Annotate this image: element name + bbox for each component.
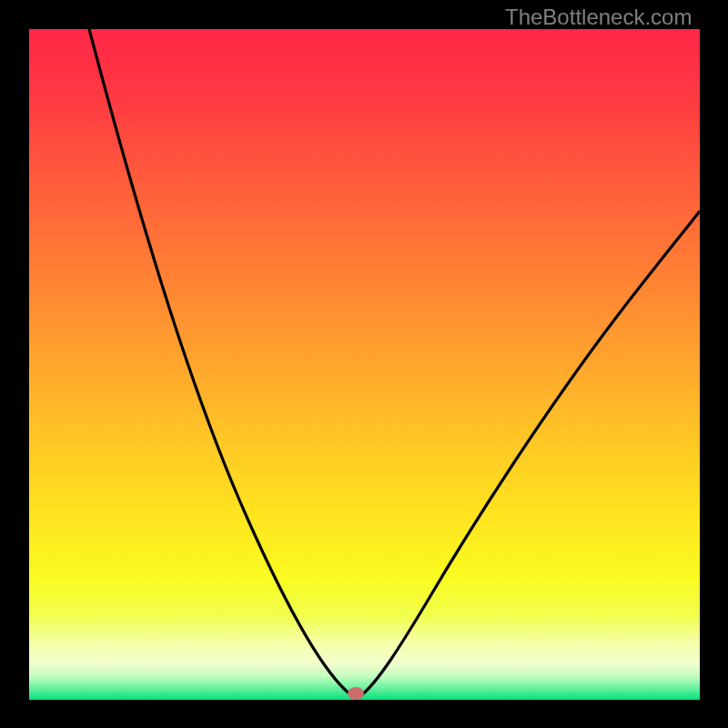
chart-frame: { "watermark": { "text": "TheBottleneck.…	[0, 0, 728, 728]
watermark-text: TheBottleneck.com	[505, 5, 692, 30]
chart-svg	[0, 0, 728, 728]
plot-area	[29, 29, 700, 700]
optimal-point-marker	[348, 687, 364, 700]
